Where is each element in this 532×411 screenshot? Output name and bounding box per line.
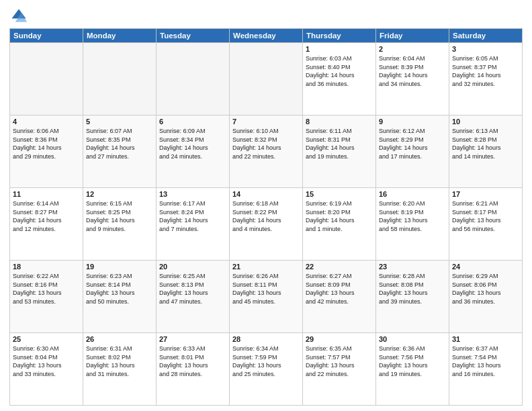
day-info: Sunrise: 6:17 AM Sunset: 8:24 PM Dayligh… [159, 199, 226, 233]
calendar-cell: 2Sunrise: 6:04 AM Sunset: 8:39 PM Daylig… [376, 43, 449, 116]
calendar-cell: 18Sunrise: 6:22 AM Sunset: 8:16 PM Dayli… [10, 261, 83, 333]
calendar-cell: 11Sunrise: 6:14 AM Sunset: 8:27 PM Dayli… [10, 188, 83, 261]
logo-icon [9, 7, 28, 26]
calendar-cell [230, 43, 303, 116]
calendar-cell [10, 43, 83, 116]
day-info: Sunrise: 6:29 AM Sunset: 8:06 PM Dayligh… [452, 272, 519, 306]
calendar-header-wednesday: Wednesday [230, 29, 303, 43]
day-number: 20 [159, 263, 226, 271]
day-number: 16 [379, 190, 446, 198]
calendar-cell: 21Sunrise: 6:26 AM Sunset: 8:11 PM Dayli… [230, 261, 303, 333]
day-info: Sunrise: 6:31 AM Sunset: 8:02 PM Dayligh… [86, 345, 153, 378]
day-number: 23 [379, 263, 446, 271]
day-info: Sunrise: 6:09 AM Sunset: 8:34 PM Dayligh… [159, 127, 226, 161]
day-number: 10 [452, 118, 519, 126]
day-number: 6 [159, 118, 226, 126]
day-info: Sunrise: 6:22 AM Sunset: 8:16 PM Dayligh… [13, 272, 80, 306]
calendar-cell: 24Sunrise: 6:29 AM Sunset: 8:06 PM Dayli… [449, 261, 523, 333]
day-number: 4 [13, 118, 80, 126]
day-number: 8 [306, 118, 373, 126]
day-number: 13 [159, 190, 226, 198]
day-info: Sunrise: 6:15 AM Sunset: 8:25 PM Dayligh… [86, 199, 153, 233]
day-number: 9 [379, 118, 446, 126]
calendar-header-saturday: Saturday [449, 29, 523, 43]
day-info: Sunrise: 6:23 AM Sunset: 8:14 PM Dayligh… [86, 272, 153, 306]
calendar-header-row: SundayMondayTuesdayWednesdayThursdayFrid… [10, 29, 523, 43]
day-number: 15 [306, 190, 373, 198]
day-info: Sunrise: 6:07 AM Sunset: 8:35 PM Dayligh… [86, 127, 153, 161]
day-number: 12 [86, 190, 153, 198]
calendar-week-5: 25Sunrise: 6:30 AM Sunset: 8:04 PM Dayli… [10, 333, 523, 406]
calendar-header-thursday: Thursday [303, 29, 376, 43]
day-number: 11 [13, 190, 80, 198]
calendar-cell: 31Sunrise: 6:37 AM Sunset: 7:54 PM Dayli… [449, 333, 523, 406]
calendar-cell: 9Sunrise: 6:12 AM Sunset: 8:29 PM Daylig… [376, 116, 449, 188]
day-number: 26 [86, 335, 153, 343]
logo [9, 7, 31, 26]
day-info: Sunrise: 6:21 AM Sunset: 8:17 PM Dayligh… [452, 199, 519, 233]
calendar-header-tuesday: Tuesday [157, 29, 230, 43]
day-info: Sunrise: 6:36 AM Sunset: 7:56 PM Dayligh… [379, 345, 446, 378]
day-info: Sunrise: 6:30 AM Sunset: 8:04 PM Dayligh… [13, 345, 80, 378]
day-number: 21 [232, 263, 300, 271]
calendar-cell: 4Sunrise: 6:06 AM Sunset: 8:36 PM Daylig… [10, 116, 83, 188]
day-number: 30 [379, 335, 446, 343]
day-info: Sunrise: 6:27 AM Sunset: 8:09 PM Dayligh… [306, 272, 373, 306]
day-number: 25 [13, 335, 80, 343]
day-number: 1 [306, 45, 373, 53]
page: SundayMondayTuesdayWednesdayThursdayFrid… [0, 0, 532, 411]
day-info: Sunrise: 6:13 AM Sunset: 8:28 PM Dayligh… [452, 127, 519, 161]
day-number: 31 [452, 335, 519, 343]
day-info: Sunrise: 6:28 AM Sunset: 8:08 PM Dayligh… [379, 272, 446, 306]
calendar-cell: 17Sunrise: 6:21 AM Sunset: 8:17 PM Dayli… [449, 188, 523, 261]
calendar-week-2: 4Sunrise: 6:06 AM Sunset: 8:36 PM Daylig… [10, 116, 523, 188]
day-info: Sunrise: 6:33 AM Sunset: 8:01 PM Dayligh… [159, 345, 226, 378]
calendar-cell: 23Sunrise: 6:28 AM Sunset: 8:08 PM Dayli… [376, 261, 449, 333]
calendar-cell: 15Sunrise: 6:19 AM Sunset: 8:20 PM Dayli… [303, 188, 376, 261]
day-info: Sunrise: 6:10 AM Sunset: 8:32 PM Dayligh… [232, 127, 300, 161]
calendar-cell [83, 43, 157, 116]
day-info: Sunrise: 6:04 AM Sunset: 8:39 PM Dayligh… [379, 54, 446, 88]
calendar-cell: 28Sunrise: 6:34 AM Sunset: 7:59 PM Dayli… [230, 333, 303, 406]
day-info: Sunrise: 6:11 AM Sunset: 8:31 PM Dayligh… [306, 127, 373, 161]
day-info: Sunrise: 6:37 AM Sunset: 7:54 PM Dayligh… [452, 345, 519, 378]
calendar-week-1: 1Sunrise: 6:03 AM Sunset: 8:40 PM Daylig… [10, 43, 523, 116]
calendar-week-4: 18Sunrise: 6:22 AM Sunset: 8:16 PM Dayli… [10, 261, 523, 333]
calendar-cell: 29Sunrise: 6:35 AM Sunset: 7:57 PM Dayli… [303, 333, 376, 406]
day-info: Sunrise: 6:26 AM Sunset: 8:11 PM Dayligh… [232, 272, 300, 306]
calendar-cell: 7Sunrise: 6:10 AM Sunset: 8:32 PM Daylig… [230, 116, 303, 188]
day-info: Sunrise: 6:03 AM Sunset: 8:40 PM Dayligh… [306, 54, 373, 88]
day-number: 14 [232, 190, 300, 198]
calendar-cell: 26Sunrise: 6:31 AM Sunset: 8:02 PM Dayli… [83, 333, 157, 406]
calendar-cell: 19Sunrise: 6:23 AM Sunset: 8:14 PM Dayli… [83, 261, 157, 333]
calendar-cell: 22Sunrise: 6:27 AM Sunset: 8:09 PM Dayli… [303, 261, 376, 333]
day-info: Sunrise: 6:06 AM Sunset: 8:36 PM Dayligh… [13, 127, 80, 161]
calendar-cell: 16Sunrise: 6:20 AM Sunset: 8:19 PM Dayli… [376, 188, 449, 261]
day-info: Sunrise: 6:25 AM Sunset: 8:13 PM Dayligh… [159, 272, 226, 306]
calendar-cell: 13Sunrise: 6:17 AM Sunset: 8:24 PM Dayli… [157, 188, 230, 261]
day-number: 7 [232, 118, 300, 126]
calendar-cell: 14Sunrise: 6:18 AM Sunset: 8:22 PM Dayli… [230, 188, 303, 261]
calendar-cell: 25Sunrise: 6:30 AM Sunset: 8:04 PM Dayli… [10, 333, 83, 406]
calendar-week-3: 11Sunrise: 6:14 AM Sunset: 8:27 PM Dayli… [10, 188, 523, 261]
day-info: Sunrise: 6:12 AM Sunset: 8:29 PM Dayligh… [379, 127, 446, 161]
day-number: 18 [13, 263, 80, 271]
day-info: Sunrise: 6:20 AM Sunset: 8:19 PM Dayligh… [379, 199, 446, 233]
day-number: 3 [452, 45, 519, 53]
calendar-cell: 10Sunrise: 6:13 AM Sunset: 8:28 PM Dayli… [449, 116, 523, 188]
calendar-cell: 3Sunrise: 6:05 AM Sunset: 8:37 PM Daylig… [449, 43, 523, 116]
day-number: 24 [452, 263, 519, 271]
day-number: 27 [159, 335, 226, 343]
calendar-cell: 20Sunrise: 6:25 AM Sunset: 8:13 PM Dayli… [157, 261, 230, 333]
calendar-cell: 6Sunrise: 6:09 AM Sunset: 8:34 PM Daylig… [157, 116, 230, 188]
day-number: 17 [452, 190, 519, 198]
calendar-cell: 8Sunrise: 6:11 AM Sunset: 8:31 PM Daylig… [303, 116, 376, 188]
calendar-cell [157, 43, 230, 116]
day-number: 19 [86, 263, 153, 271]
calendar-cell: 5Sunrise: 6:07 AM Sunset: 8:35 PM Daylig… [83, 116, 157, 188]
calendar-cell: 1Sunrise: 6:03 AM Sunset: 8:40 PM Daylig… [303, 43, 376, 116]
header-row [9, 7, 523, 26]
day-info: Sunrise: 6:05 AM Sunset: 8:37 PM Dayligh… [452, 54, 519, 88]
calendar-header-monday: Monday [83, 29, 157, 43]
day-number: 22 [306, 263, 373, 271]
